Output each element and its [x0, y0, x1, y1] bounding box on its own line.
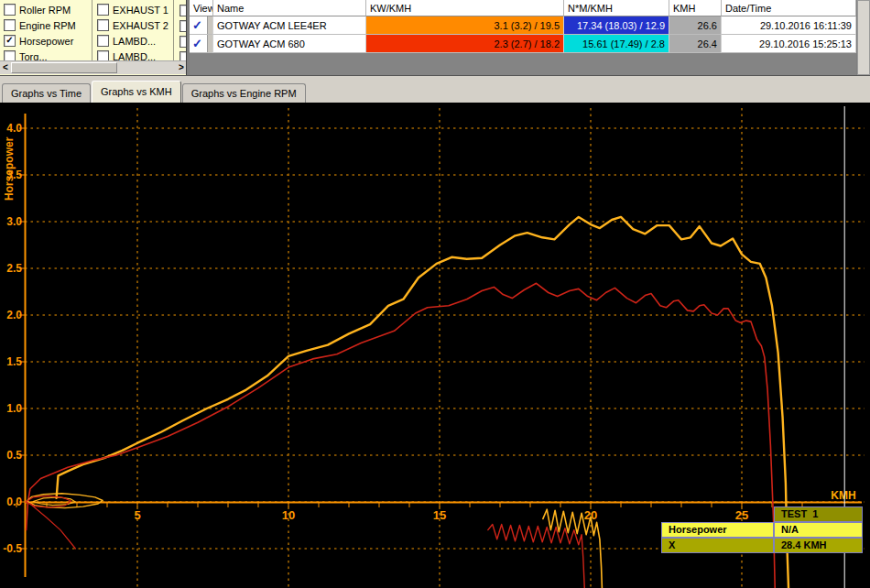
x-tick-label-25: 25 [735, 508, 748, 522]
curve-680-start-down-branch [30, 504, 76, 549]
row-grip [207, 16, 212, 35]
tooltip-test-title: TEST 1 [774, 506, 863, 522]
col-header-view[interactable]: View [190, 0, 213, 16]
channel-label: LAMBD... [113, 36, 156, 47]
y-tick-label--0.5: -0.5 [3, 542, 22, 555]
y-tick-label-1: 1.0 [6, 402, 22, 415]
checkbox-partial[interactable] [179, 20, 187, 32]
top-section: Roller RPM Engine RPM ✓ Horsepower Torq.… [0, 0, 870, 75]
table-row[interactable]: ✓ GOTWAY ACM 680 2.3 (2.7) / 18.2 15.61 … [190, 35, 856, 53]
app-window: { "left_panel": { "columns": [ { "items"… [0, 0, 870, 588]
y-tick-label-2: 2.0 [6, 309, 22, 321]
tooltip-channel-label: Horsepower [661, 522, 774, 538]
tooltip-channel-value: N/A [774, 522, 863, 538]
tab-graphs-vs-engine-rpm[interactable]: Graphs vs Engine RPM [182, 83, 306, 103]
y-tick-label-1.5: 1.5 [6, 355, 22, 368]
channel-panel: Roller RPM Engine RPM ✓ Horsepower Torq.… [0, 0, 187, 75]
channel-label: EXHAUST 1 [113, 5, 169, 16]
nm-kmh-cell: 15.61 (17.49) / 2.8 [564, 35, 669, 53]
kw-kmh-cell: 3.1 (3.2) / 19.5 [366, 16, 564, 35]
datetime-cell: 29.10.2016 15:25:13 [722, 35, 856, 53]
col-header-kw-kmh[interactable]: KW/KMH [366, 0, 564, 16]
checkbox-partial[interactable] [179, 36, 187, 48]
x-tick-label-15: 15 [433, 508, 446, 522]
check-icon: ✓ [190, 18, 202, 32]
row-grip [207, 35, 212, 53]
nm-kmh-cell: 17.34 (18.03) / 12.9 [564, 16, 669, 35]
col-header-kmh[interactable]: KMH [669, 0, 722, 16]
kmh-cell: 26.6 [669, 16, 722, 35]
scrollbar-thumb[interactable] [11, 62, 117, 73]
x-axis-title: KMH [831, 489, 855, 502]
run-name-cell: GOTWAY ACM 680 [213, 35, 366, 53]
channel-exhaust-1[interactable]: EXHAUST 1 [97, 3, 169, 16]
view-check-cell[interactable]: ✓ [190, 16, 213, 35]
checkbox[interactable] [97, 35, 109, 47]
tab-bar: Graphs vs Time Graphs vs KMH Graphs vs E… [0, 81, 870, 103]
tab-graphs-vs-time[interactable]: Graphs vs Time [2, 83, 91, 103]
y-tick-label-2.5: 2.5 [6, 262, 22, 275]
checkbox[interactable] [4, 19, 16, 31]
y-tick-label-3: 3.0 [6, 215, 22, 228]
y-tick-label-0.5: 0.5 [6, 449, 22, 462]
x-tick-label-10: 10 [282, 508, 295, 522]
panel-column-divider [92, 0, 92, 60]
channel-horsepower[interactable]: ✓ Horsepower [4, 34, 73, 48]
y-tick-label-0: 0.0 [6, 495, 22, 508]
table-row[interactable]: ✓ GOTWAY ACM LEE4ER 3.1 (3.2) / 19.5 17.… [190, 16, 856, 35]
chart-area[interactable]: 5101520254.03.53.02.52.01.51.00.50.0-0.5… [0, 103, 870, 588]
channel-lambda-1[interactable]: LAMBD... [97, 34, 156, 48]
channel-label: Roller RPM [19, 5, 71, 16]
col-header-datetime[interactable]: Date/Time [722, 0, 856, 16]
kmh-cell: 26.4 [669, 35, 722, 53]
y-tick-label-4: 4.0 [6, 122, 22, 135]
panel-horizontal-scrollbar[interactable]: < > [0, 60, 187, 74]
channel-roller-rpm[interactable]: Roller RPM [4, 3, 71, 16]
check-icon: ✓ [190, 37, 202, 50]
channel-label: Engine RPM [19, 20, 76, 31]
curve-lee4er-start-loop-inner [33, 497, 75, 506]
checkbox-partial[interactable] [179, 5, 187, 16]
col-header-name[interactable]: Name [213, 0, 366, 16]
kw-kmh-cell: 2.3 (2.7) / 18.2 [366, 35, 564, 53]
curve-680-coast-down-tail [488, 525, 585, 588]
horsepower-vs-kmh-plot[interactable]: 5101520254.03.53.02.52.01.51.00.50.0-0.5… [0, 103, 870, 588]
checkbox[interactable] [97, 19, 109, 31]
channel-engine-rpm[interactable]: Engine RPM [4, 18, 76, 32]
x-tick-label-5: 5 [134, 508, 140, 522]
panel-column-divider [173, 0, 174, 60]
channel-label: EXHAUST 2 [113, 20, 169, 31]
channel-exhaust-2[interactable]: EXHAUST 2 [97, 18, 169, 32]
view-check-cell[interactable]: ✓ [190, 35, 213, 53]
col-header-nm-kmh[interactable]: N*M/KMH [564, 0, 669, 16]
channel-label: Horsepower [19, 36, 73, 47]
checkbox-checked[interactable]: ✓ [4, 35, 16, 47]
scroll-right-arrow[interactable]: > [176, 61, 187, 74]
y-axis-title: Horsepower [3, 136, 16, 201]
run-name-cell: GOTWAY ACM LEE4ER [213, 16, 366, 35]
checkbox[interactable] [4, 4, 16, 16]
scroll-left-arrow[interactable]: < [0, 61, 11, 74]
table-vertical-scrollbar[interactable] [857, 0, 870, 75]
runs-table: View Name KW/KMH N*M/KMH KMH Date/Time ✓… [190, 0, 856, 75]
checkbox[interactable] [97, 4, 109, 16]
tooltip-x-value: 28.4 KMH [774, 538, 863, 553]
datetime-cell: 29.10.2016 16:11:39 [722, 16, 856, 35]
tooltip-x-label: X [661, 538, 774, 553]
tab-graphs-vs-kmh[interactable]: Graphs vs KMH [92, 81, 181, 103]
